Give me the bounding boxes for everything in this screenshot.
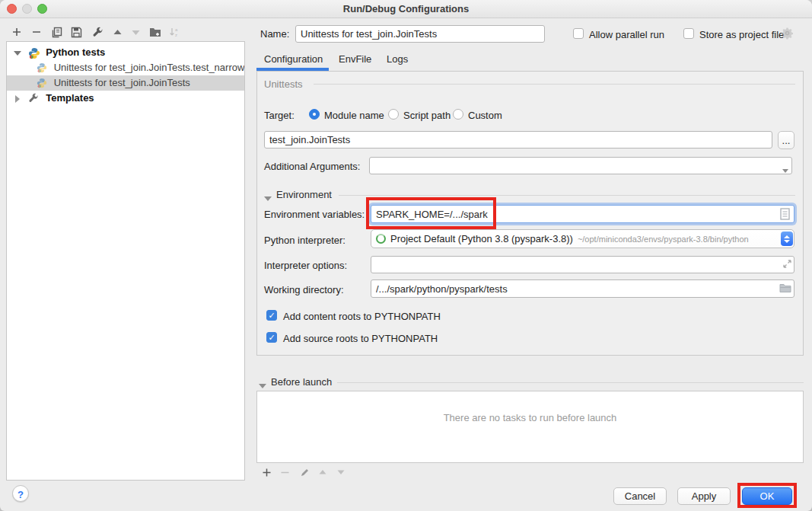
move-up-icon[interactable] [110,24,125,40]
tree-item-unittests-test-narrow[interactable]: Unittests for test_join.JoinTests.test_n… [7,60,244,75]
before-launch-add-icon[interactable] [259,465,274,480]
tree-item-unittests-jointests-selected[interactable]: Unittests for test_join.JoinTests [7,75,244,91]
window-title: Run/Debug Configurations [0,3,812,14]
interpreter-options-input[interactable] [371,256,794,273]
group-divider [314,84,795,85]
target-module-name-radio[interactable] [309,109,320,120]
expand-collapse-icon[interactable] [15,95,20,103]
python-interpreter-stepper-icon[interactable] [781,232,793,246]
help-button[interactable]: ? [12,485,29,502]
expand-collapse-icon[interactable] [14,51,21,56]
name-input[interactable] [295,25,545,43]
conda-env-icon [376,234,386,244]
before-launch-collapse-icon[interactable] [259,379,266,391]
templates-icon [28,93,40,105]
target-script-path-radio[interactable] [388,109,399,120]
unittests-group-header: Unittests [264,78,303,90]
store-as-project-file-checkbox[interactable] [683,28,694,39]
add-configuration-icon[interactable] [9,24,24,40]
title-bar[interactable]: Run/Debug Configurations [0,0,812,18]
group-divider [339,195,795,196]
allow-parallel-run-checkbox[interactable] [573,28,584,39]
python-interpreter-label: Python interpreter: [264,235,345,246]
working-directory-input[interactable] [371,279,794,298]
save-configuration-icon[interactable] [68,24,84,40]
new-folder-icon[interactable] [148,24,163,40]
apply-button[interactable]: Apply [677,487,731,505]
before-launch-move-down-icon[interactable] [333,465,349,480]
python-test-config-icon [37,78,49,90]
add-content-roots-label[interactable]: Add content roots to PYTHONPATH [283,311,441,322]
edit-environment-variables-icon[interactable] [780,208,790,222]
move-down-icon[interactable] [128,24,143,40]
copy-configuration-icon[interactable] [49,24,64,40]
interpreter-options-label: Interpreter options: [264,260,347,271]
python-interpreter-path: ~/opt/miniconda3/envs/pyspark-3.8/bin/py… [578,235,749,244]
expand-field-icon[interactable] [782,259,792,271]
edit-templates-icon[interactable] [90,24,105,40]
sort-alphabetically-icon[interactable]: az [166,24,181,40]
tree-item-label: Unittests for test_join.JoinTests [54,77,190,88]
tree-item-templates[interactable]: Templates [7,91,244,106]
environment-variables-label: Environment variables: [264,209,365,220]
python-interpreter-value: Project Default (Python 3.8 (pyspark-3.8… [390,233,573,244]
before-launch-edit-icon[interactable] [297,465,312,480]
target-label: Target: [264,110,295,121]
add-source-roots-checkbox[interactable]: ✓ [266,332,277,343]
module-name-input[interactable] [264,131,772,149]
tab-envfile[interactable]: EnvFile [339,53,371,65]
additional-arguments-dropdown-icon[interactable] [782,164,788,175]
add-source-roots-label[interactable]: Add source roots to PYTHONPATH [283,333,438,344]
tab-configuration[interactable]: Configuration [264,53,323,65]
store-settings-gear-icon[interactable] [781,27,794,42]
tree-item-label: Templates [46,92,94,104]
store-as-project-file-label: Store as project file [699,29,784,40]
before-launch-header[interactable]: Before launch [271,376,332,388]
ok-button[interactable]: OK [742,487,792,505]
target-custom-radio[interactable] [453,109,463,120]
python-interpreter-select[interactable]: Project Default (Python 3.8 (pyspark-3.8… [371,229,794,248]
name-label: Name: [260,28,289,40]
configurations-tree: Python tests Unittests for test_join.Joi… [6,41,245,481]
working-directory-label: Working directory: [264,284,344,295]
before-launch-move-up-icon[interactable] [315,465,330,480]
tab-logs[interactable]: Logs [387,53,408,65]
tree-item-python-tests[interactable]: Python tests [7,45,244,60]
additional-arguments-label: Additional Arguments: [264,161,360,172]
before-launch-empty-text: There are no tasks to run before launch [256,412,804,423]
remove-configuration-icon[interactable] [29,24,44,40]
browse-folder-icon[interactable] [779,283,791,295]
environment-collapse-icon[interactable] [264,192,272,203]
allow-parallel-run-label: Allow parallel run [589,29,664,40]
cancel-button[interactable]: Cancel [613,487,667,505]
python-tests-icon [28,47,40,59]
target-module-name-label[interactable]: Module name [324,110,384,121]
target-script-path-label[interactable]: Script path [403,110,451,121]
run-debug-configurations-dialog: Run/Debug Configurations az Python tests [0,0,812,511]
target-custom-label[interactable]: Custom [468,110,502,121]
tree-item-label: Unittests for test_join.JoinTests.test_n… [54,62,244,73]
environment-variables-field[interactable] [371,205,794,223]
tree-item-label: Python tests [46,46,105,58]
group-divider [337,382,804,383]
before-launch-task-list[interactable] [256,391,804,463]
environment-group-header[interactable]: Environment [276,189,332,200]
svg-text:z: z [175,33,177,37]
python-test-config-icon [37,62,49,75]
before-launch-remove-icon[interactable] [277,465,292,480]
svg-text:a: a [175,27,178,32]
browse-module-button[interactable]: ... [778,131,794,149]
additional-arguments-input[interactable] [369,157,792,174]
add-content-roots-checkbox[interactable]: ✓ [266,310,277,321]
